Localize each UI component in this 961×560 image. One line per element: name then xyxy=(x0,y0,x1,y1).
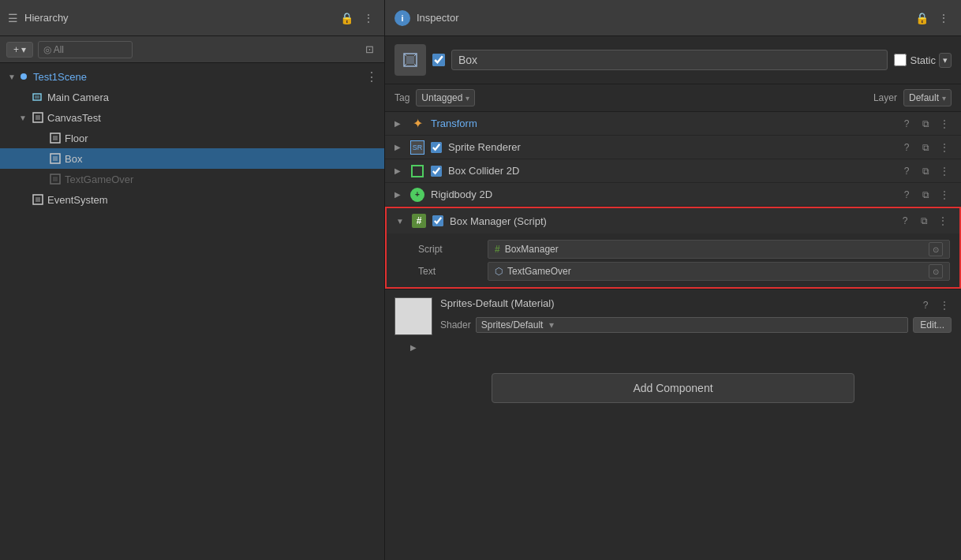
hierarchy-title: Hierarchy xyxy=(24,12,69,24)
tag-dropdown[interactable]: Untagged ▾ xyxy=(416,89,475,106)
scene-view-icon[interactable]: ⊡ xyxy=(361,41,378,58)
static-label: Static xyxy=(910,54,936,66)
component-transform[interactable]: ▶ ✦ Transform ? ⧉ ⋮ xyxy=(385,112,961,136)
script-row: Script # BoxManager ⊙ xyxy=(387,238,959,260)
add-button[interactable]: + ▾ xyxy=(6,42,33,58)
text-field-label: Text xyxy=(418,266,481,277)
static-checkbox[interactable] xyxy=(894,54,907,66)
script-field-value: # BoxManager ⊙ xyxy=(488,240,950,259)
inspector-panel: i Inspector 🔒 ⋮ Static xyxy=(385,0,961,560)
material-menu-btn[interactable]: ⋮ xyxy=(937,298,952,312)
text-row: Text ⬡ TextGameOver ⊙ xyxy=(387,260,959,282)
tag-value: Untagged xyxy=(421,92,462,103)
gameobject-enabled-checkbox[interactable] xyxy=(432,54,445,66)
shader-edit-btn[interactable]: Edit... xyxy=(913,317,952,333)
gameobject-icon xyxy=(394,44,426,76)
box-arrow xyxy=(35,153,46,164)
shader-dropdown-arrow: ▾ xyxy=(549,319,554,330)
inspector-lock-icon[interactable]: 🔒 xyxy=(914,10,929,26)
component-rigidbody[interactable]: ▶ + Rigidbody 2D ? ⧉ ⋮ xyxy=(385,183,961,207)
hierarchy-item-canvastest[interactable]: ▼ CanvasTest xyxy=(0,107,384,128)
layer-dropdown-arrow: ▾ xyxy=(942,94,946,103)
box-collider-checkbox[interactable] xyxy=(431,166,442,177)
sprite-renderer-checkbox[interactable] xyxy=(431,142,442,153)
hierarchy-lock-icon[interactable]: 🔒 xyxy=(338,10,354,26)
box-manager-help-btn[interactable]: ? xyxy=(898,214,912,228)
scene-arrow: ▼ xyxy=(6,71,17,82)
eventsystem-cube-icon xyxy=(32,193,44,206)
static-dropdown[interactable]: ▾ xyxy=(939,53,952,68)
text-cube-icon: ⬡ xyxy=(495,266,503,277)
inspector-more-icon[interactable]: ⋮ xyxy=(936,10,952,26)
sprite-renderer-help-btn[interactable]: ? xyxy=(899,140,914,155)
inspector-info-icon: i xyxy=(394,10,410,26)
textgameover-arrow xyxy=(35,174,46,185)
box-manager-body: Script # BoxManager ⊙ Text ⬡ TextGameOve… xyxy=(387,233,959,287)
inspector-title: Inspector xyxy=(417,12,458,24)
floor-cube-icon xyxy=(49,132,62,144)
rigidbody-icon: + xyxy=(410,188,424,202)
hierarchy-content: ▼ Test1Scene ⋮ Main Camera ▼ xyxy=(0,63,384,560)
hierarchy-more-icon[interactable]: ⋮ xyxy=(361,10,376,26)
sprite-renderer-name: Sprite Renderer xyxy=(448,141,893,153)
box-collider-menu-btn[interactable]: ⋮ xyxy=(937,164,952,178)
hierarchy-item-textgameover[interactable]: TextGameOver xyxy=(0,169,384,189)
floor-label: Floor xyxy=(65,133,88,144)
box-manager-checkbox[interactable] xyxy=(432,215,443,226)
camera-arrow xyxy=(17,91,28,103)
hierarchy-item-box[interactable]: Box xyxy=(0,148,384,169)
add-component-button[interactable]: Add Component xyxy=(492,373,854,403)
hierarchy-panel: ☰ Hierarchy 🔒 ⋮ + ▾ ⊡ ▼ Test1Scene ⋮ xyxy=(0,0,385,560)
text-target-btn[interactable]: ⊙ xyxy=(929,264,943,278)
material-thumbnail xyxy=(394,297,432,335)
camera-cube-icon xyxy=(32,91,44,103)
main-camera-label: Main Camera xyxy=(47,91,109,103)
svg-rect-13 xyxy=(406,56,414,64)
layer-dropdown[interactable]: Default ▾ xyxy=(903,89,952,106)
shader-dropdown[interactable]: Sprites/Default ▾ xyxy=(476,317,909,333)
tag-layer-row: Tag Untagged ▾ Layer Default ▾ xyxy=(385,84,961,112)
layer-label-text: Layer xyxy=(873,92,897,103)
scene-menu-icon[interactable]: ⋮ xyxy=(365,69,378,84)
transform-menu-btn[interactable]: ⋮ xyxy=(937,117,952,131)
material-section: ▶ Sprites-Default (Material) ? ⋮ Shader … xyxy=(385,289,961,360)
text-field-value: ⬡ TextGameOver ⊙ xyxy=(488,262,950,281)
transform-help-btn[interactable]: ? xyxy=(899,117,914,131)
box-label: Box xyxy=(65,153,82,165)
inspector-content: Static ▾ Tag Untagged ▾ Layer Default ▾ … xyxy=(385,36,961,560)
rigidbody-menu-btn[interactable]: ⋮ xyxy=(937,188,952,202)
tag-dropdown-arrow: ▾ xyxy=(466,94,469,103)
search-input[interactable] xyxy=(38,41,133,58)
transform-expand-arrow: ▶ xyxy=(394,119,404,128)
box-collider-settings-btn[interactable]: ⧉ xyxy=(918,164,933,178)
eventsystem-arrow xyxy=(17,194,28,205)
box-manager-header[interactable]: ▼ # Box Manager (Script) ? ⧉ ⋮ xyxy=(387,208,959,233)
rigidbody-help-btn[interactable]: ? xyxy=(899,188,914,202)
gameobject-name-input[interactable] xyxy=(451,50,888,70)
box-manager-settings-btn[interactable]: ⧉ xyxy=(917,214,931,228)
material-help-btn[interactable]: ? xyxy=(918,298,933,312)
rigidbody-settings-btn[interactable]: ⧉ xyxy=(918,188,933,202)
hierarchy-item-main-camera[interactable]: Main Camera xyxy=(0,87,384,107)
material-name: Sprites-Default (Material) xyxy=(440,297,555,309)
hierarchy-scene-item[interactable]: ▼ Test1Scene ⋮ xyxy=(0,66,384,87)
box-collider-help-btn[interactable]: ? xyxy=(899,164,914,178)
canvastest-cube-icon xyxy=(32,111,44,124)
rigidbody-expand-arrow: ▶ xyxy=(394,190,404,199)
hierarchy-item-floor[interactable]: Floor xyxy=(0,128,384,148)
script-target-btn[interactable]: ⊙ xyxy=(929,242,943,256)
material-expand-area: ▶ xyxy=(394,297,432,353)
component-sprite-renderer[interactable]: ▶ SR Sprite Renderer ? ⧉ ⋮ xyxy=(385,136,961,159)
sprite-renderer-menu-btn[interactable]: ⋮ xyxy=(937,140,952,155)
script-value-text: BoxManager xyxy=(505,244,559,255)
add-dropdown-icon: ▾ xyxy=(21,44,26,55)
box-manager-expand-arrow: ▼ xyxy=(396,217,406,226)
canvastest-label: CanvasTest xyxy=(47,112,101,124)
sprite-renderer-settings-btn[interactable]: ⧉ xyxy=(918,140,933,155)
box-manager-menu-btn[interactable]: ⋮ xyxy=(936,214,950,228)
hierarchy-item-eventsystem[interactable]: EventSystem xyxy=(0,189,384,210)
rigidbody-actions: ? ⧉ ⋮ xyxy=(899,188,952,202)
transform-settings-btn[interactable]: ⧉ xyxy=(918,117,933,131)
component-box-collider[interactable]: ▶ Box Collider 2D ? ⧉ ⋮ xyxy=(385,159,961,183)
transform-actions: ? ⧉ ⋮ xyxy=(899,117,952,131)
